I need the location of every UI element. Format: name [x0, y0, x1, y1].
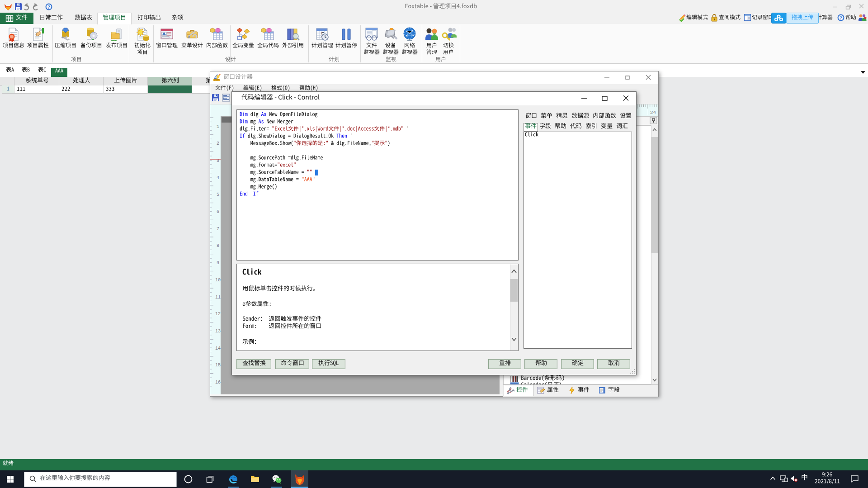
svg-text:11: 11	[215, 295, 221, 300]
svg-text:1: 1	[217, 124, 219, 129]
svg-text:5: 5	[217, 192, 219, 197]
svg-text:24: 24	[650, 110, 656, 115]
svg-text:8: 8	[217, 243, 219, 248]
svg-text:6: 6	[217, 209, 219, 214]
svg-text:?: ?	[840, 15, 842, 20]
svg-text:2: 2	[217, 141, 219, 146]
svg-text:15: 15	[215, 363, 221, 368]
svg-text:4: 4	[217, 175, 219, 180]
svg-text:12: 12	[215, 312, 221, 317]
svg-text:7: 7	[217, 227, 219, 232]
svg-text:?: ?	[47, 4, 50, 9]
svg-text:14: 14	[215, 346, 221, 351]
svg-text:9: 9	[217, 261, 219, 265]
svg-text:13: 13	[215, 329, 221, 334]
svg-text:16: 16	[215, 380, 221, 385]
svg-text:10: 10	[215, 278, 221, 283]
